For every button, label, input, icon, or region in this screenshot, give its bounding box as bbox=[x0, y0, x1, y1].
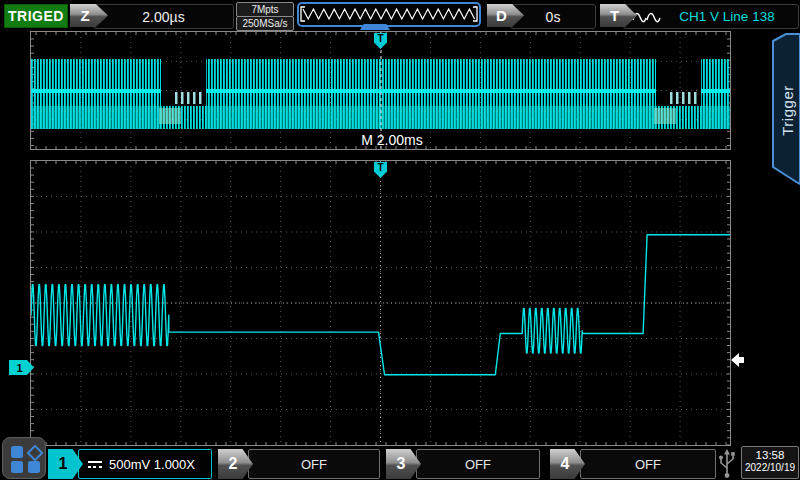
trigger-side-tab-label: Trigger bbox=[779, 66, 796, 156]
trigger-status-badge: TRIGED bbox=[4, 4, 68, 28]
zoom-graticule bbox=[30, 160, 731, 446]
zoom-waveform-trace bbox=[31, 161, 730, 445]
channel-4-detail: OFF bbox=[580, 449, 716, 479]
date-label: 2022/10/19 bbox=[742, 462, 798, 475]
channel-3-detail: OFF bbox=[416, 449, 540, 479]
apps-icon bbox=[11, 461, 23, 473]
time-label: 13:58 bbox=[742, 448, 798, 462]
preview-waveform-icon bbox=[299, 4, 479, 25]
trigger-level-arrow[interactable] bbox=[731, 353, 745, 367]
usb-icon bbox=[716, 448, 738, 479]
zoom-timebase-value[interactable]: 2.00µs bbox=[93, 4, 234, 29]
channel-1-button[interactable]: 1 500mV 1.000X bbox=[48, 449, 212, 479]
channel-2-button[interactable]: 2 OFF bbox=[218, 449, 380, 479]
apps-icon bbox=[11, 446, 23, 458]
channel-4-button[interactable]: 4 OFF bbox=[550, 449, 716, 479]
clock-box: 13:58 2022/10/19 bbox=[741, 446, 799, 479]
dc-coupling-icon bbox=[88, 459, 102, 470]
trigger-settings-box[interactable]: CH1 V Line 138 bbox=[623, 4, 799, 29]
oscilloscope-screen: TRIGED Z 2.00µs 7Mpts 250MSa/s D 0s T CH… bbox=[0, 0, 800, 480]
channel-2-detail: OFF bbox=[248, 449, 380, 479]
apps-icon bbox=[28, 461, 40, 473]
memory-depth-label: 7Mpts bbox=[236, 2, 294, 17]
channel-1-detail: 500mV 1.000X bbox=[109, 457, 195, 472]
zoom-region-preview[interactable] bbox=[297, 2, 481, 27]
apps-diamond-icon bbox=[27, 445, 44, 462]
trigger-waveform-icon bbox=[632, 9, 662, 25]
zoom-region-handle[interactable] bbox=[360, 24, 390, 30]
trigger-source-label: CH1 V Line 138 bbox=[662, 9, 798, 24]
apps-menu-button[interactable] bbox=[2, 437, 46, 479]
sample-rate-label: 250MSa/s bbox=[236, 16, 294, 31]
channel-1-settings: 500mV 1.000X bbox=[78, 449, 212, 479]
main-timebase-label: M 2.00ms bbox=[337, 132, 447, 148]
channel-3-button[interactable]: 3 OFF bbox=[386, 449, 540, 479]
